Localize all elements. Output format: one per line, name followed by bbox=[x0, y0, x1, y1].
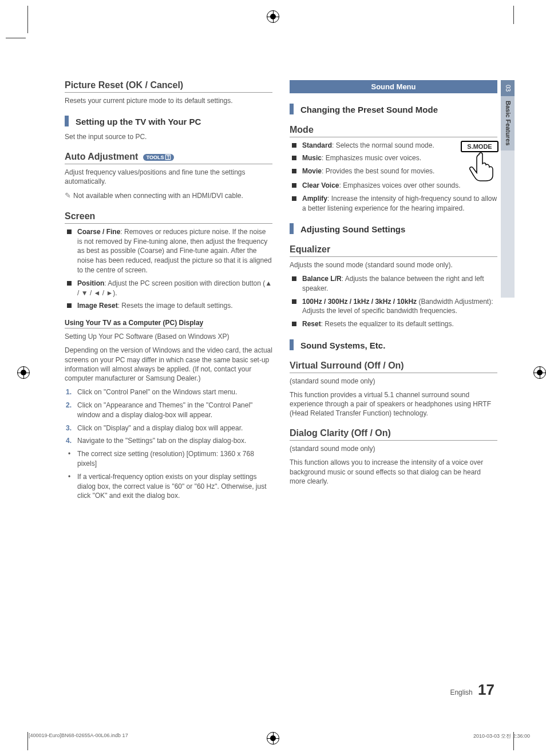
registration-mark-icon bbox=[17, 366, 30, 379]
footer-lang: English bbox=[450, 688, 472, 696]
list-item: Click on "Display" and a display dialog … bbox=[65, 423, 272, 433]
setup-pc-subheader: Setting up the TV with Your PC bbox=[65, 116, 272, 126]
list-item: Reset: Resets the equalizer to its defau… bbox=[290, 319, 497, 329]
list-item: Navigate to the "Settings" tab on the di… bbox=[65, 436, 272, 446]
screen-list: Coarse / Fine: Removes or reduces pictur… bbox=[65, 227, 272, 311]
auto-adj-label: Auto Adjustment bbox=[65, 152, 138, 161]
crop-mark bbox=[6, 38, 26, 38]
smode-button-label: S.MODE bbox=[461, 141, 498, 152]
equalizer-heading: Equalizer bbox=[290, 244, 497, 257]
left-column: Picture Reset (OK / Cancel) Resets your … bbox=[65, 80, 272, 504]
registration-mark-icon bbox=[267, 10, 279, 23]
changing-preset-subheader: Changing the Preset Sound Mode bbox=[290, 104, 497, 114]
pc-display-sub: Setting Up Your PC Software (Based on Wi… bbox=[65, 332, 272, 341]
auto-adj-note: ✎Not available when connecting with an H… bbox=[65, 191, 272, 201]
screen-heading: Screen bbox=[65, 211, 272, 224]
list-item: Balance L/R: Adjusts the balance between… bbox=[290, 274, 497, 294]
list-item: Music: Emphasizes music over voices. bbox=[290, 153, 456, 163]
setup-pc-desc: Set the input source to PC. bbox=[65, 132, 272, 141]
list-item: Image Reset: Resets the image to default… bbox=[65, 301, 272, 311]
page-content: Picture Reset (OK / Cancel) Resets your … bbox=[65, 80, 497, 504]
chapter-number: 03 bbox=[501, 80, 515, 96]
registration-mark-icon bbox=[533, 366, 546, 379]
list-item: Amplify: Increase the intensity of high-… bbox=[290, 194, 497, 213]
tools-icon: 🅃 bbox=[165, 155, 171, 160]
print-footer: [400019-Euro]BN68-02655A-00L06.indb 17 2… bbox=[29, 733, 546, 740]
list-item: Click on "Control Panel" on the Windows … bbox=[65, 387, 272, 397]
adjusting-subheader: Adjusting Sound Settings bbox=[290, 223, 497, 234]
virtual-surround-desc: This function provides a virtual 5.1 cha… bbox=[290, 390, 497, 418]
tab-fill bbox=[501, 151, 515, 298]
list-item: Clear Voice: Emphasizes voices over othe… bbox=[290, 181, 497, 191]
picture-reset-heading: Picture Reset (OK / Cancel) bbox=[65, 80, 272, 93]
dialog-clarity-sub: (standard sound mode only) bbox=[290, 444, 497, 453]
right-column: Sound Menu Changing the Preset Sound Mod… bbox=[290, 80, 497, 504]
page-number: 17 bbox=[478, 681, 494, 698]
steps-list: Click on "Control Panel" on the Windows … bbox=[65, 387, 272, 446]
crop-mark bbox=[27, 732, 28, 750]
tools-badge: TOOLS🅃 bbox=[143, 154, 174, 161]
list-item: Standard: Selects the normal sound mode. bbox=[290, 141, 456, 151]
pc-display-desc: Depending on the version of Windows and … bbox=[65, 346, 272, 383]
equalizer-desc: Adjusts the sound mode (standard sound m… bbox=[290, 260, 497, 270]
mode-list-cont: Clear Voice: Emphasizes voices over othe… bbox=[290, 181, 497, 213]
smode-remote-icon: S.MODE bbox=[461, 141, 498, 182]
mode-block: S.MODE Standard: Selects the normal soun… bbox=[290, 141, 497, 213]
sound-systems-subheader: Sound Systems, Etc. bbox=[290, 339, 497, 350]
list-item: The correct size setting (resolution) [O… bbox=[65, 449, 272, 469]
list-item: Click on "Appearance and Themes" in the … bbox=[65, 401, 272, 420]
hand-icon bbox=[461, 152, 498, 182]
list-item: 100Hz / 300Hz / 1kHz / 3kHz / 10kHz (Ban… bbox=[290, 297, 497, 316]
sound-menu-band: Sound Menu bbox=[290, 80, 497, 93]
crop-mark bbox=[513, 6, 514, 24]
crop-mark bbox=[27, 6, 28, 33]
list-item: Coarse / Fine: Removes or reduces pictur… bbox=[65, 227, 272, 275]
mode-heading: Mode bbox=[290, 125, 497, 137]
virtual-surround-heading: Virtual Surround (Off / On) bbox=[290, 361, 497, 373]
virtual-surround-sub: (standard sound mode only) bbox=[290, 377, 497, 386]
side-tab: 03 Basic Features bbox=[501, 80, 515, 298]
note-icon: ✎ bbox=[65, 191, 71, 201]
page-footer: English 17 bbox=[450, 681, 494, 699]
print-file-indicator: [400019-Euro]BN68-02655A-00L06.indb 17 bbox=[29, 733, 128, 740]
chapter-label: Basic Features bbox=[501, 96, 515, 150]
list-item: Position: Adjust the PC screen position … bbox=[65, 279, 272, 298]
picture-reset-desc: Resets your current picture mode to its … bbox=[65, 96, 272, 105]
print-timestamp: 2010-03-03 오전 2:36:00 bbox=[473, 733, 530, 740]
sub-bullet-list: The correct size setting (resolution) [O… bbox=[65, 449, 272, 501]
dialog-clarity-desc: This function allows you to increase the… bbox=[290, 458, 497, 486]
equalizer-list: Balance L/R: Adjusts the balance between… bbox=[290, 274, 497, 329]
setup-pc-label: Setting up the TV with Your PC bbox=[76, 117, 201, 126]
dialog-clarity-heading: Dialog Clarity (Off / On) bbox=[290, 428, 497, 441]
list-item: Movie: Provides the best sound for movie… bbox=[290, 167, 456, 176]
list-item: If a vertical-frequency option exists on… bbox=[65, 472, 272, 501]
auto-adjustment-heading: Auto Adjustment TOOLS🅃 bbox=[65, 152, 272, 164]
auto-adj-desc: Adjust frequency values/positions and fi… bbox=[65, 168, 272, 186]
pc-display-heading: Using Your TV as a Computer (PC) Display bbox=[65, 319, 203, 328]
